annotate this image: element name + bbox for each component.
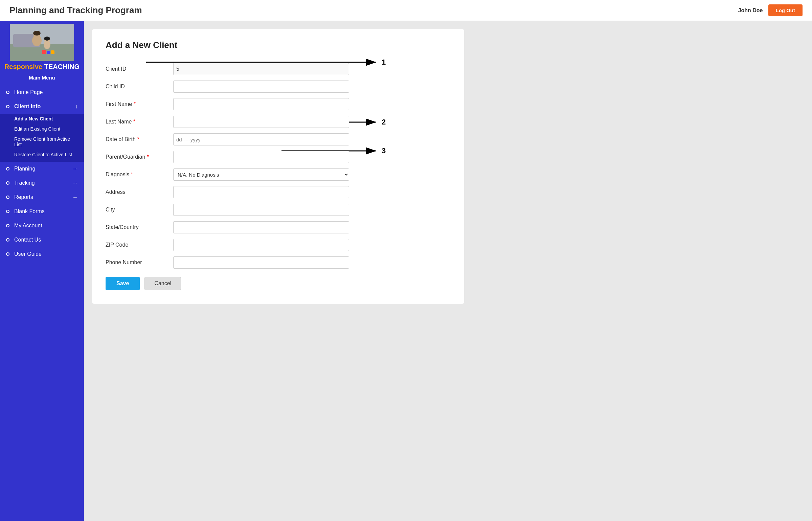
form-row-child-id: Child ID xyxy=(106,81,451,93)
required-star-diagnosis: * xyxy=(131,172,133,177)
svg-point-8 xyxy=(44,37,50,41)
form-label-child-id: Child ID xyxy=(106,84,173,90)
sidebar-label-client-info: Client Info xyxy=(14,104,75,110)
form-label-parent: Parent/Guardian * xyxy=(106,154,173,160)
city-input[interactable] xyxy=(173,204,349,216)
form-row-zip-code: ZIP Code xyxy=(106,239,451,251)
required-star-first-name: * xyxy=(134,101,136,107)
save-button[interactable]: Save xyxy=(106,277,140,290)
required-star-dob: * xyxy=(137,136,139,142)
sidebar-item-user-guide[interactable]: User Guide xyxy=(0,247,84,261)
required-star-parent: * xyxy=(147,154,149,160)
chevron-down-icon: ↓ xyxy=(75,104,78,110)
sidebar-logo: Responsive TEACHING xyxy=(0,21,84,73)
layout: Responsive TEACHING Main Menu Home Page … xyxy=(0,21,812,521)
form-buttons: Save Cancel xyxy=(106,277,451,290)
form-label-dob: Date of Birth * xyxy=(106,136,173,142)
diagnosis-select[interactable]: N/A, No Diagnosis Autism Spectrum Disord… xyxy=(173,168,349,181)
sidebar-item-add-client[interactable]: Add a New Client xyxy=(0,114,84,124)
sidebar-label-reports: Reports xyxy=(14,194,72,200)
header-username: John Doe xyxy=(738,7,763,14)
sidebar-item-my-account[interactable]: My Account xyxy=(0,219,84,233)
phone-number-input[interactable] xyxy=(173,256,349,269)
sidebar-item-tracking[interactable]: Tracking → xyxy=(0,176,84,190)
nav-dot-my-account xyxy=(6,224,9,227)
form-label-first-name: First Name * xyxy=(106,101,173,107)
child-id-input[interactable] xyxy=(173,81,349,93)
cancel-button[interactable]: Cancel xyxy=(144,277,181,290)
header: Planning and Tracking Program John Doe L… xyxy=(0,0,812,21)
arrow-right-icon-planning: → xyxy=(72,166,78,172)
sidebar-label-contact-us: Contact Us xyxy=(14,237,78,243)
sidebar-image xyxy=(10,24,74,61)
form-label-address: Address xyxy=(106,189,173,195)
form-row-phone-number: Phone Number xyxy=(106,256,451,269)
sidebar-nav: Home Page Client Info ↓ Add a New Client… xyxy=(0,84,84,521)
sidebar-item-planning[interactable]: Planning → xyxy=(0,162,84,176)
form-row-first-name: First Name * xyxy=(106,98,451,110)
nav-dot-home xyxy=(6,91,9,94)
nav-dot-planning xyxy=(6,167,9,171)
form-row-dob: Date of Birth * xyxy=(106,133,451,145)
form-label-last-name: Last Name * xyxy=(106,119,173,125)
form-row-client-id: Client ID xyxy=(106,63,451,75)
parent-input[interactable] xyxy=(173,151,349,163)
form-card: 1 2 3 Add a New Client Client ID Child I… xyxy=(92,29,464,304)
sub-nav-client-info: Add a New Client Edit an Existing Client… xyxy=(0,114,84,162)
form-label-client-id: Client ID xyxy=(106,66,173,72)
logo-teaching: TEACHING xyxy=(44,63,80,70)
form-row-diagnosis: Diagnosis * N/A, No Diagnosis Autism Spe… xyxy=(106,168,451,181)
form-row-last-name: Last Name * xyxy=(106,116,451,128)
sidebar-label-my-account: My Account xyxy=(14,223,78,229)
sidebar-item-edit-client[interactable]: Edit an Existing Client xyxy=(0,124,84,134)
header-right: John Doe Log Out xyxy=(738,4,803,16)
sidebar-item-reports[interactable]: Reports → xyxy=(0,190,84,204)
sidebar-logo-text: Responsive TEACHING xyxy=(4,63,80,71)
client-id-input[interactable] xyxy=(173,63,349,75)
sidebar-item-restore-client[interactable]: Restore Client to Active List xyxy=(0,150,84,160)
form-label-diagnosis: Diagnosis * xyxy=(106,172,173,178)
logout-button[interactable]: Log Out xyxy=(768,4,803,16)
header-title: Planning and Tracking Program xyxy=(9,5,142,16)
sidebar-item-blank-forms[interactable]: Blank Forms xyxy=(0,204,84,219)
nav-dot-client-info xyxy=(6,105,9,108)
nav-dot-user-guide xyxy=(6,252,9,256)
nav-dot-contact-us xyxy=(6,238,9,242)
form-label-phone-number: Phone Number xyxy=(106,259,173,266)
svg-rect-11 xyxy=(51,50,54,54)
form-title: Add a New Client xyxy=(106,40,451,56)
sidebar-label-home: Home Page xyxy=(14,89,78,95)
zip-code-input[interactable] xyxy=(173,239,349,251)
svg-rect-9 xyxy=(42,50,46,54)
sidebar-label-planning: Planning xyxy=(14,166,72,172)
last-name-input[interactable] xyxy=(173,116,349,128)
nav-dot-blank-forms xyxy=(6,210,9,213)
svg-rect-10 xyxy=(47,51,50,54)
sidebar-main-menu: Main Menu xyxy=(0,73,84,84)
sidebar-label-tracking: Tracking xyxy=(14,180,72,186)
form-row-parent: Parent/Guardian * xyxy=(106,151,451,163)
dob-input[interactable] xyxy=(173,133,349,145)
form-label-city: City xyxy=(106,207,173,213)
required-star-last-name: * xyxy=(133,119,135,124)
sidebar-item-home[interactable]: Home Page xyxy=(0,85,84,99)
first-name-input[interactable] xyxy=(173,98,349,110)
main-content: 1 2 3 Add a New Client Client ID Child I… xyxy=(84,21,812,521)
sidebar: Responsive TEACHING Main Menu Home Page … xyxy=(0,21,84,521)
logo-responsive: Responsive xyxy=(4,63,42,70)
sidebar-item-contact-us[interactable]: Contact Us xyxy=(0,233,84,247)
sidebar-item-client-info[interactable]: Client Info ↓ xyxy=(0,99,84,114)
sidebar-label-user-guide: User Guide xyxy=(14,251,78,257)
form-row-address: Address xyxy=(106,186,451,198)
state-country-input[interactable] xyxy=(173,221,349,233)
form-row-city: City xyxy=(106,204,451,216)
arrow-right-icon-tracking: → xyxy=(72,180,78,186)
nav-dot-reports xyxy=(6,196,9,199)
form-label-state-country: State/Country xyxy=(106,224,173,230)
svg-point-5 xyxy=(33,31,41,36)
address-input[interactable] xyxy=(173,186,349,198)
sidebar-item-remove-client[interactable]: Remove Client from Active List xyxy=(0,134,84,150)
sidebar-label-blank-forms: Blank Forms xyxy=(14,208,78,214)
form-row-state-country: State/Country xyxy=(106,221,451,233)
nav-dot-tracking xyxy=(6,181,9,185)
